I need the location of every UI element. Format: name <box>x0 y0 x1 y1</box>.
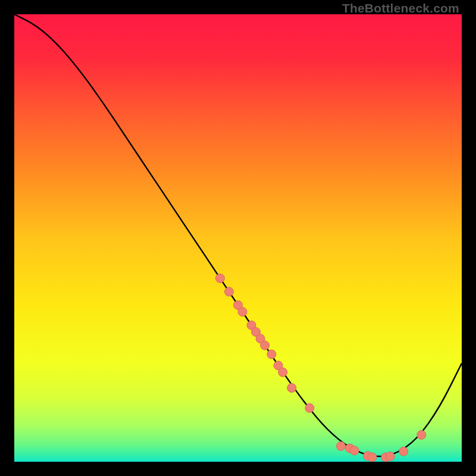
data-point <box>417 430 426 439</box>
bottleneck-chart <box>14 14 462 462</box>
data-point <box>399 447 408 456</box>
data-point <box>287 383 296 392</box>
gradient-background <box>14 14 462 462</box>
data-point <box>278 368 287 377</box>
data-point <box>261 341 270 350</box>
chart-frame <box>14 14 462 462</box>
data-point <box>215 274 224 283</box>
data-point <box>368 453 377 462</box>
watermark-text: TheBottleneck.com <box>342 1 459 15</box>
data-point <box>224 287 233 296</box>
data-point <box>238 308 247 317</box>
data-point <box>305 403 314 412</box>
data-point <box>386 452 394 461</box>
data-point <box>267 350 276 359</box>
data-point <box>350 446 359 455</box>
data-point <box>336 441 345 450</box>
